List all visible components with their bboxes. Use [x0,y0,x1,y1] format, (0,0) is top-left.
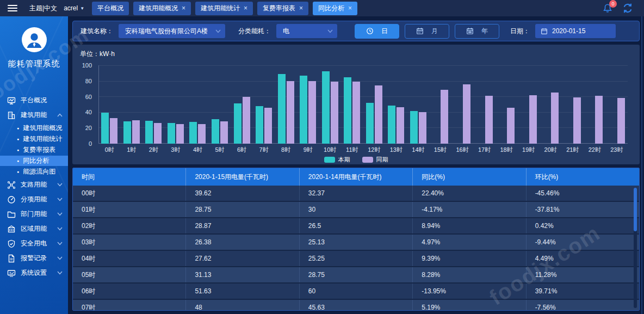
bar-current[interactable] [344,77,351,144]
bar-previous[interactable] [463,84,470,144]
bar-previous[interactable] [595,96,603,144]
tab-复费率报表[interactable]: 复费率报表× [257,2,308,15]
bar-current[interactable] [256,106,263,144]
table-cell: 28.75 [300,267,413,282]
hamburger-menu-icon[interactable] [8,5,17,11]
sidebar-item-平台概况[interactable]: 平台概况 [0,93,68,108]
table-row[interactable]: 03时26.3825.134.97%-9.44% [73,235,639,251]
refresh-button[interactable] [622,3,633,14]
bar-previous[interactable] [507,108,515,144]
bar-previous[interactable] [419,112,426,144]
tab-平台概况[interactable]: 平台概况 [92,2,129,15]
bar-previous[interactable] [529,95,537,144]
bar-previous[interactable] [573,97,581,144]
tab-close-icon[interactable]: × [299,5,303,11]
bar-previous[interactable] [154,123,162,144]
period-button-年[interactable]: 年 [455,24,499,39]
table-scrollbar[interactable] [634,188,637,308]
table-row[interactable]: 06时51.6360-13.95%39.71% [73,284,639,300]
bar-previous[interactable] [243,97,250,144]
x-tick-label: 1时 [121,146,143,154]
bar-current[interactable] [388,106,395,144]
date-input[interactable]: 2020-01-15 [535,24,616,38]
bar-current[interactable] [410,111,418,144]
bar-current[interactable] [123,121,131,144]
theme-language-label[interactable]: 主题|中文 [29,4,57,13]
bar-group [231,65,253,144]
tab-建筑用能概况[interactable]: 建筑用能概况× [133,2,191,15]
bar-previous[interactable] [220,121,228,144]
table-row[interactable]: 02时28.8726.58.94%0.42% [73,218,639,235]
bar-current[interactable] [366,103,374,144]
period-button-月[interactable]: 月 [405,24,449,39]
bar-previous[interactable] [331,82,338,144]
sidebar-item-支路用能[interactable]: 支路用能 [0,177,68,192]
user-menu[interactable]: acrel ▼ [64,4,84,12]
table-cell: -37.81% [527,202,639,217]
bar-current[interactable] [212,119,219,144]
table-cell: 30 [300,202,413,217]
table-row[interactable]: 04时27.6225.259.39%4.49% [73,251,639,267]
bar-previous[interactable] [110,118,117,144]
bar-previous[interactable] [551,93,559,144]
bar-current[interactable] [168,123,175,144]
settings-icon [7,269,16,278]
tab-同比分析[interactable]: 同比分析× [313,2,357,15]
sidebar-subitem-能源流向图[interactable]: ●能源流向图 [0,167,68,177]
legend-item-同期[interactable]: 同期 [362,156,388,164]
tab-close-icon[interactable]: × [348,5,352,11]
avatar[interactable] [22,27,47,52]
bar-previous[interactable] [308,81,316,144]
bar-current[interactable] [101,113,109,144]
period-button-日[interactable]: 日 [355,24,399,39]
table-row[interactable]: 01时28.7530-4.17%-37.81% [73,202,639,218]
bar-current[interactable] [234,103,242,144]
sidebar-item-部门用能[interactable]: 部门用能 [0,207,68,221]
sidebar-item-安全用电[interactable]: 安全用电 [0,236,68,251]
sidebar-subitem-同比分析[interactable]: ●同比分析 [0,156,68,166]
bar-previous[interactable] [264,108,272,144]
sidebar-item-报警记录[interactable]: 报警记录 [0,251,68,266]
bar-previous[interactable] [198,124,206,144]
bar-previous[interactable] [176,124,184,144]
notification-bell[interactable]: 0 [603,3,612,13]
sidebar-item-建筑用能[interactable]: 建筑用能 [0,108,68,122]
bar-previous[interactable] [352,82,360,144]
y-tick-label: 100 [82,62,92,69]
bar-current[interactable] [278,74,286,144]
scrollbar-thumb[interactable] [634,188,637,231]
chevron-down-icon [327,29,333,33]
bar-current[interactable] [300,76,307,144]
legend-item-本期[interactable]: 本期 [324,156,350,164]
legend-swatch [362,157,373,163]
bar-previous[interactable] [132,120,140,144]
chevron-down-icon [57,212,63,216]
bar-current[interactable] [322,71,330,144]
bar-group [143,65,165,144]
sidebar-subitem-建筑用能统计[interactable]: ●建筑用能统计 [0,134,68,144]
bar-previous[interactable] [287,81,294,144]
bar-previous[interactable] [397,107,404,144]
tab-close-icon[interactable]: × [244,5,247,11]
tab-建筑用能统计[interactable]: 建筑用能统计× [195,2,253,15]
sidebar-subitem-复费率报表[interactable]: ●复费率报表 [0,145,68,155]
sidebar-item-分项用能[interactable]: 分项用能 [0,192,68,207]
sidebar-subitem-label: 能源流向图 [23,167,55,176]
table-row[interactable]: 05时31.1328.758.28%11.28% [73,267,639,284]
chevron-down-icon [215,29,221,33]
bar-previous[interactable] [441,90,448,144]
sidebar-item-区域用能[interactable]: 区域用能 [0,221,68,236]
bar-previous[interactable] [485,96,493,144]
bar-previous[interactable] [375,85,382,144]
bar-previous[interactable] [617,98,625,144]
table-row[interactable]: 00时39.6232.3722.40%-45.46% [73,186,639,202]
building-select-value: 安科瑞电气股份有限公司A楼 [125,27,211,36]
tab-close-icon[interactable]: × [182,5,185,11]
bar-current[interactable] [189,122,197,144]
sidebar-subitem-建筑用能概况[interactable]: ●建筑用能概况 [0,123,68,133]
sidebar-item-系统设置[interactable]: 系统设置 [0,266,68,280]
table-row[interactable]: 07时4845.635.19%-7.56% [73,300,639,311]
energy-type-select[interactable]: 电 [276,24,337,38]
bar-current[interactable] [145,121,153,144]
building-select[interactable]: 安科瑞电气股份有限公司A楼 [119,24,225,38]
